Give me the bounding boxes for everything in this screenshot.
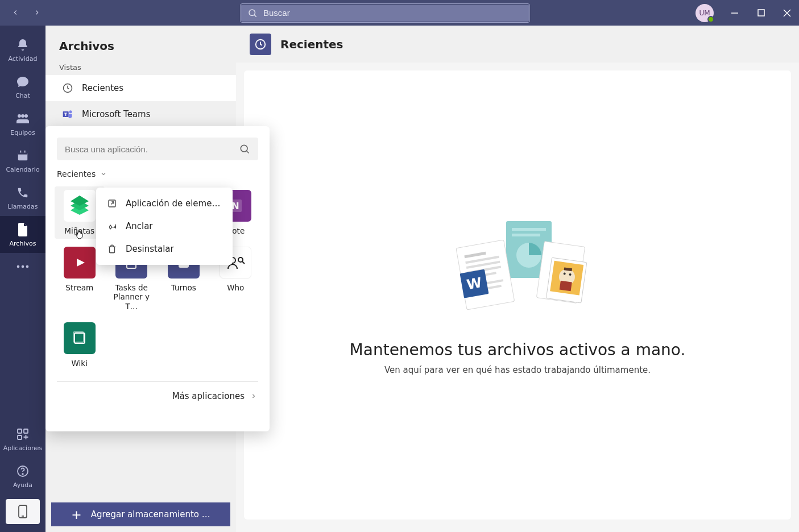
rail-actividad[interactable]: Actividad <box>0 31 45 68</box>
rail-equipos[interactable]: Equipos <box>0 105 45 142</box>
recents-header-icon <box>250 34 271 55</box>
svg-line-52 <box>247 151 249 153</box>
rail-calendario[interactable]: Calendario <box>0 142 45 179</box>
teams-icon: T <box>61 108 74 120</box>
avatar-initials: UM <box>699 9 710 17</box>
flyout-filter-label: Recientes <box>57 169 96 178</box>
app-flyout: Recientes Miñatas N Note Stream <box>45 126 270 431</box>
main-header: Recientes <box>236 26 799 63</box>
ctx-label: Desinstalar <box>126 244 174 254</box>
titlebar-right: UM <box>695 4 792 22</box>
main-area: Recientes W <box>236 26 799 532</box>
svg-point-14 <box>17 265 20 268</box>
rail-aplicaciones[interactable]: Aplicaciones <box>0 421 45 458</box>
svg-rect-18 <box>24 429 28 433</box>
help-icon <box>15 463 31 479</box>
svg-point-7 <box>21 114 24 118</box>
panel-title: Archivos <box>45 26 236 63</box>
search-input[interactable] <box>263 8 523 18</box>
app-tile-wiki[interactable]: Wiki <box>55 319 105 371</box>
chat-icon <box>15 74 31 90</box>
view-label: Recientes <box>82 83 123 93</box>
empty-illustration-icon: W <box>444 215 591 318</box>
wiki-icon <box>71 330 88 347</box>
context-menu: Aplicación de eleme… Anclar Desinstalar <box>96 188 233 265</box>
pin-icon <box>106 221 118 232</box>
minimize-icon <box>731 9 739 17</box>
content-card: W Mantenemos tus archivos activos a mano… <box>244 70 791 519</box>
clock-icon <box>61 82 74 94</box>
global-search[interactable] <box>240 3 530 23</box>
flyout-search-input[interactable] <box>65 144 239 154</box>
flyout-search[interactable] <box>57 138 258 160</box>
ctx-label: Aplicación de eleme… <box>126 198 220 209</box>
view-microsoft-teams[interactable]: T Microsoft Teams <box>45 101 236 127</box>
empty-state-title: Mantenemos tus archivos activos a mano. <box>350 340 686 359</box>
rail-label: Aplicaciones <box>3 444 43 452</box>
svg-point-51 <box>241 145 247 152</box>
stream-icon <box>71 254 88 271</box>
window-minimize-button[interactable] <box>730 8 740 18</box>
rail-archivos[interactable]: Archivos <box>0 216 45 253</box>
nav-back-button[interactable] <box>11 7 19 19</box>
svg-rect-17 <box>18 429 22 433</box>
maximize-icon <box>757 9 765 16</box>
rail-more[interactable] <box>0 253 45 280</box>
ctx-uninstall[interactable]: Desinstalar <box>96 238 233 260</box>
phone-icon <box>15 185 31 201</box>
views-section-label: Vistas <box>45 63 236 75</box>
presence-badge-icon <box>707 16 714 23</box>
calendar-icon <box>15 148 31 164</box>
svg-point-6 <box>18 114 21 118</box>
svg-text:W: W <box>466 275 483 293</box>
svg-point-0 <box>249 10 255 16</box>
rail-llamadas[interactable]: Llamadas <box>0 179 45 216</box>
svg-point-8 <box>24 114 28 118</box>
nav-arrows <box>11 7 41 19</box>
avatar[interactable]: UM <box>695 4 714 22</box>
rail-label: Calendario <box>6 166 39 173</box>
trash-icon <box>106 243 118 255</box>
flyout-more-apps[interactable]: Más aplicaciones <box>45 382 270 410</box>
rail-ayuda[interactable]: Ayuda <box>0 458 45 494</box>
window-close-button[interactable] <box>782 8 792 18</box>
app-tile-label: Miñatas <box>64 226 94 235</box>
nav-forward-button[interactable] <box>33 7 41 19</box>
view-recientes[interactable]: Recientes <box>45 75 236 101</box>
teams-icon <box>15 111 31 127</box>
ctx-pin[interactable]: Anclar <box>96 215 233 238</box>
svg-rect-19 <box>18 435 22 439</box>
flyout-filter[interactable]: Recientes <box>45 169 270 184</box>
app-tile-label: Who <box>227 283 244 292</box>
main-header-title: Recientes <box>280 38 343 51</box>
chevron-right-icon <box>250 393 257 400</box>
svg-rect-47 <box>560 280 572 291</box>
chevron-right-icon <box>33 9 41 16</box>
app-tile-label: Wiki <box>72 359 88 368</box>
rail-chat[interactable]: Chat <box>0 68 45 105</box>
svg-rect-31 <box>512 234 540 236</box>
clock-icon <box>254 38 267 51</box>
app-tile-label: Turnos <box>171 283 196 292</box>
rail-label: Equipos <box>10 129 35 136</box>
chevron-left-icon <box>11 9 19 16</box>
search-icon <box>247 8 258 18</box>
svg-marker-55 <box>77 259 85 267</box>
svg-line-1 <box>254 15 256 16</box>
view-label: Microsoft Teams <box>82 109 151 119</box>
search-icon <box>239 143 250 155</box>
mobile-icon <box>18 505 27 518</box>
rail-mobile-button[interactable] <box>6 499 40 524</box>
svg-point-15 <box>22 265 24 268</box>
more-apps-label: Más aplicaciones <box>172 391 245 401</box>
popout-icon <box>106 198 118 209</box>
add-storage-button[interactable]: + Agregar almacenamiento … <box>51 502 230 526</box>
svg-line-60 <box>242 261 245 264</box>
rail-label: Ayuda <box>13 481 32 489</box>
minatas-icon <box>67 196 92 216</box>
ctx-popout[interactable]: Aplicación de eleme… <box>96 192 233 215</box>
svg-rect-10 <box>18 152 28 155</box>
window-maximize-button[interactable] <box>756 8 766 18</box>
plus-icon: + <box>71 508 81 522</box>
svg-rect-30 <box>512 228 546 231</box>
